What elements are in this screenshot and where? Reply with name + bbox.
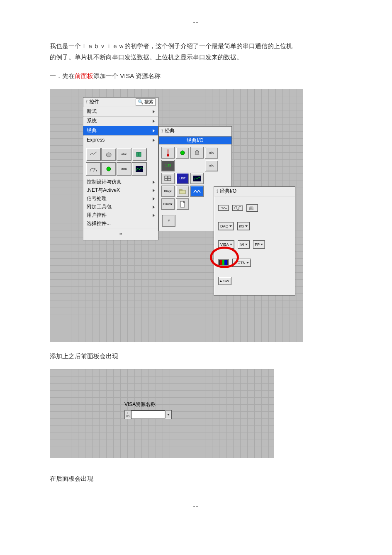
svg-rect-13 xyxy=(193,176,201,181)
intro-paragraph: 我也是一个ｌａｂｖｉｅｗ的初学者，这个例子介绍了一个最最简单的串口通信的上位机 … xyxy=(50,40,342,63)
io-btn-visa[interactable]: VISA xyxy=(218,240,234,249)
menu-item-select[interactable]: 选择控件... xyxy=(83,220,158,228)
after-add-text: 添加上之后前面板会出现 xyxy=(50,350,342,362)
menu-item-controlsim-label: 控制设计与仿真 xyxy=(87,178,122,187)
io-btn-fp[interactable]: FP xyxy=(253,240,265,249)
menu-item-express[interactable]: Express xyxy=(83,135,158,145)
menu-item-classic[interactable]: 经典 xyxy=(83,126,158,136)
icon-ring[interactable]: Ring▾ xyxy=(161,186,175,197)
icon-abc-box[interactable]: abc xyxy=(205,147,218,159)
menu-item-addon[interactable]: 附加工具包 xyxy=(83,203,158,211)
svg-rect-21 xyxy=(224,260,227,265)
icon-folder[interactable] xyxy=(176,186,189,197)
icon-list-classic[interactable]: LIST xyxy=(176,173,189,184)
menu-item-system[interactable]: 系统 xyxy=(83,116,158,126)
chevron-down-icon xyxy=(245,225,248,227)
icon-thermometer[interactable] xyxy=(161,147,175,159)
io-btn-daq[interactable]: DAQ xyxy=(218,222,234,230)
svg-rect-1 xyxy=(136,152,139,156)
io-row-3: VISA IVI FP xyxy=(214,239,295,250)
io-btn-square[interactable] xyxy=(232,205,243,211)
icon-led-classic[interactable] xyxy=(176,147,189,159)
visa-resource-combo[interactable]: I/O xyxy=(124,410,172,419)
icon-text[interactable]: abc xyxy=(117,162,131,176)
svg-rect-12 xyxy=(168,178,171,181)
intro-line1: 我也是一个ｌａｂｖｉｅｗ的初学者，这个例子介绍了一个最最简单的串口通信的上位机 xyxy=(50,42,292,49)
menu-item-system-label: 系统 xyxy=(87,117,97,126)
search-label: 搜索 xyxy=(144,98,153,106)
controls-palette-title: ⟟ 控件 🔍 搜索 xyxy=(83,98,158,107)
io-btn-sw-label: SW xyxy=(223,278,229,284)
menu-item-dotnet-label: .NET与ActiveX xyxy=(87,186,120,195)
palette-search[interactable]: 🔍 搜索 xyxy=(136,98,156,106)
visa-dropdown-button[interactable] xyxy=(165,411,171,418)
icon-graph[interactable] xyxy=(132,162,147,176)
svg-line-3 xyxy=(93,169,95,171)
icon-page[interactable] xyxy=(176,198,189,210)
io-btn-ivi[interactable]: IVI xyxy=(238,240,250,249)
icon-empty xyxy=(205,173,217,183)
menu-item-signal[interactable]: 信号处理 xyxy=(83,195,158,203)
icon-refnum[interactable]: # xyxy=(162,215,175,227)
svg-rect-19 xyxy=(220,260,222,265)
icon-123[interactable]: 1.23 xyxy=(161,160,175,171)
menu-item-userctrl[interactable]: 用户控件 xyxy=(83,211,158,220)
icon-boolean[interactable] xyxy=(101,148,116,161)
page-separator-top: -- xyxy=(0,17,392,28)
pin-icon: ⟟ xyxy=(86,98,88,106)
icon-empty xyxy=(219,173,232,183)
icon-numeric[interactable] xyxy=(86,148,101,161)
step1-heading: 一．先在前面板添加一个 VISA 资源名称 xyxy=(50,70,342,81)
io-btn-sw[interactable]: ▸SW xyxy=(218,277,231,285)
icon-empty xyxy=(219,147,232,158)
menu-item-express-label: Express xyxy=(87,136,105,145)
menu-item-controlsim[interactable]: 控制设计与仿真 xyxy=(83,178,158,186)
icon-empty xyxy=(190,198,203,209)
chevron-down-icon xyxy=(229,225,232,227)
io-btn-imaq[interactable] xyxy=(218,259,229,266)
icon-bell[interactable] xyxy=(190,147,204,159)
svg-rect-20 xyxy=(222,260,224,265)
classic-palette-title: ⟟ 经典 xyxy=(159,127,231,136)
pin-icon: ⟟ xyxy=(161,127,163,135)
io-row-5: ▸SW xyxy=(214,275,295,287)
icon-array[interactable] xyxy=(161,173,175,184)
icon-io-selected[interactable] xyxy=(190,186,204,197)
collapse-toggle[interactable]: ≈ xyxy=(83,228,158,240)
chevron-right-icon xyxy=(153,181,155,184)
visa-resource-field[interactable] xyxy=(131,411,165,419)
io-btn-wave[interactable] xyxy=(218,205,229,211)
icon-knob[interactable] xyxy=(86,162,101,176)
menu-item-dotnet[interactable]: .NET与ActiveX xyxy=(83,186,158,195)
io-btn-motn-label: MOTN xyxy=(234,259,246,266)
controls-palette-title-text: 控件 xyxy=(89,98,99,107)
io-btn-motn[interactable]: MOTN xyxy=(232,259,251,267)
io-btn-visa-label: VISA xyxy=(220,241,229,248)
io-row-2: DAQ mx xyxy=(214,220,295,232)
icon-graph-classic[interactable] xyxy=(190,173,204,184)
classic-io-palette: ⟟ 经典I/O 01011010 DAQ mx VISA IVI FP xyxy=(214,186,295,296)
menu-item-classic-label: 经典 xyxy=(87,126,97,135)
express-icon-grid: abc abc xyxy=(83,145,158,178)
screenshot-visa-control: VISA资源名称 I/O xyxy=(50,369,274,458)
step1-prefix: 一．先在 xyxy=(50,72,75,79)
io-btn-ivi-label: IVI xyxy=(240,241,244,248)
pin-icon: ⟟ xyxy=(217,187,218,196)
menu-item-new-label: 新式 xyxy=(87,107,97,116)
icon-empty xyxy=(190,160,203,171)
svg-point-7 xyxy=(167,154,169,156)
io-btn-mx[interactable]: mx xyxy=(237,222,250,230)
icon-led[interactable] xyxy=(101,162,116,176)
icon-abc-box2[interactable]: abc xyxy=(205,160,218,171)
chevron-right-icon xyxy=(153,129,155,132)
svg-point-4 xyxy=(107,167,111,171)
icon-empty xyxy=(176,160,188,171)
icon-string[interactable]: abc xyxy=(117,148,131,161)
icon-list[interactable] xyxy=(132,148,147,161)
after-add-text-2: 在后面板会出现 xyxy=(50,473,342,484)
io-btn-digital[interactable]: 01011010 xyxy=(246,204,258,212)
menu-item-userctrl-label: 用户控件 xyxy=(87,211,107,220)
menu-item-new[interactable]: 新式 xyxy=(83,107,158,117)
chevron-down-icon xyxy=(245,244,248,245)
icon-enum[interactable]: Enum▾ xyxy=(161,198,175,210)
